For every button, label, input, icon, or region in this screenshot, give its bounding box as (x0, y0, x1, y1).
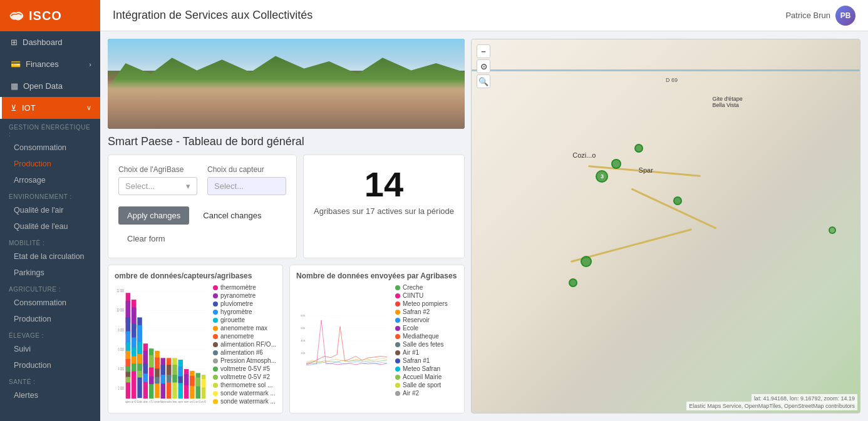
svg-rect-26 (132, 348, 136, 358)
sidebar-item-consommation-1[interactable]: Consommation (0, 139, 100, 156)
village-image (108, 39, 465, 129)
sidebar-item-arrosage[interactable]: Arrosage (0, 172, 100, 188)
sidebar-nav-item-opendata[interactable]: ▦ Open Data (0, 75, 100, 97)
agribase-select[interactable]: Select... ▾ (118, 177, 197, 195)
clear-button[interactable]: Clear form (118, 230, 174, 248)
chevron-down-icon: ▾ (186, 181, 190, 191)
sidebar-item-production-3[interactable]: Production (0, 357, 100, 373)
svg-text:an #2: an #2 (201, 400, 206, 404)
main-content: Intégration de Services aux Collectivité… (100, 0, 868, 421)
sidebar-item-production-2[interactable]: Production (0, 311, 100, 327)
page-title: Intégration de Services aux Collectivité… (113, 9, 313, 22)
svg-text:an #1: an #1 (195, 400, 200, 404)
svg-rect-60 (184, 374, 189, 385)
cancel-button[interactable]: Cancel changes (194, 206, 270, 225)
app-logo[interactable]: ISCO (0, 0, 100, 31)
sidebar: ISCO ⊞ Dashboard 💳 Finances › ▦ Open Dat… (0, 0, 100, 421)
controls-panel: Choix de l'AgriBase Select... ▾ Choix du… (108, 155, 297, 258)
sidebar-item-production-1[interactable]: Production (0, 156, 100, 172)
sidebar-label-dashboard: Dashboard (23, 38, 63, 47)
svg-text:afran: afran (143, 400, 148, 404)
svg-rect-34 (137, 371, 142, 378)
zoom-out-button[interactable]: − (477, 44, 490, 58)
sidebar-label-iot: IOT (22, 103, 36, 113)
svg-rect-20 (126, 372, 130, 378)
dashboard-title: Smart Paese - Tableau de bord général (108, 135, 465, 148)
map-container[interactable]: 3 Cozi...o Spar D 69 Gite d'étapeBella V… (471, 39, 860, 413)
search-map-button[interactable]: 🔍 (477, 74, 490, 88)
stats-number: 14 (314, 165, 454, 204)
map-cluster-7[interactable] (829, 226, 836, 234)
svg-rect-46 (155, 377, 159, 384)
svg-rect-62 (190, 376, 194, 386)
map-cluster-4[interactable] (581, 256, 592, 267)
svg-rect-42 (149, 377, 153, 384)
chevron-right-icon: › (89, 61, 91, 68)
map-cluster-5[interactable] (569, 278, 577, 287)
button-row: Apply changes Cancel changes Clear form (118, 195, 286, 248)
svg-text:4 000: 4 000 (118, 367, 124, 372)
page-header: Intégration de Services aux Collectivité… (100, 0, 868, 31)
charts-area: ombre de données/capteurs/agribases 12 0… (108, 265, 465, 413)
svg-rect-66 (202, 379, 206, 387)
bar-chart-svg: 12 000 10 000 8 000 6 000 4 000 2 000 (115, 284, 208, 407)
controls-stats-row: Choix de l'AgriBase Select... ▾ Choix du… (108, 155, 465, 258)
capteur-select[interactable]: Select... (207, 177, 286, 195)
sidebar-item-circulation[interactable]: Etat de la circulation (0, 248, 100, 265)
map-attribution: Elastic Maps Service, OpenMapTiles, Open… (686, 402, 857, 410)
agribase-label: Choix de l'AgriBase (118, 165, 197, 174)
sidebar-item-eau[interactable]: Qualité de l'eau (0, 218, 100, 235)
sidebar-label-opendata: Open Data (23, 81, 63, 91)
svg-text:Ecole: Ecole (137, 400, 142, 404)
sidebar-item-parkings[interactable]: Parkings (0, 265, 100, 281)
sidebar-nav-item-dashboard[interactable]: ⊞ Dashboard (0, 31, 100, 53)
svg-text:600: 600 (301, 327, 305, 330)
content-area: Smart Paese - Tableau de bord général Ch… (100, 31, 868, 421)
sidebar-item-consommation-2[interactable]: Consommation (0, 295, 100, 311)
capteur-placeholder: Select... (214, 181, 244, 191)
svg-text:800: 800 (301, 314, 305, 317)
svg-text:an #2: an #2 (132, 400, 137, 404)
section-label-sante: SANTÉ : (0, 373, 100, 387)
svg-text:10 000: 10 000 (117, 308, 124, 313)
stats-label: Agribases sur 17 actives sur la période (314, 206, 454, 216)
svg-rect-55 (172, 375, 177, 382)
sidebar-item-alertes[interactable]: Alertes (0, 387, 100, 403)
sidebar-item-air[interactable]: Qualité de l'air (0, 202, 100, 218)
svg-rect-21 (126, 377, 130, 383)
bar-chart-title: ombre de données/capteurs/agribases (115, 271, 276, 280)
svg-rect-33 (137, 364, 142, 372)
svg-rect-58 (178, 377, 183, 383)
chevron-down-icon: ∨ (86, 104, 91, 112)
svg-text:12 000: 12 000 (117, 288, 124, 293)
avatar: PB (835, 6, 855, 26)
svg-text:nTU: nTU (150, 400, 153, 404)
bar-chart-card: ombre de données/capteurs/agribases 12 0… (108, 265, 283, 413)
svg-rect-52 (167, 375, 171, 382)
stats-box: 14 Agribases sur 17 actives sur la pério… (303, 155, 465, 258)
svg-rect-30 (137, 325, 142, 345)
right-panel: 3 Cozi...o Spar D 69 Gite d'étapeBella V… (471, 39, 860, 413)
sidebar-nav-item-finances[interactable]: 💳 Finances › (0, 53, 100, 75)
sidebar-item-suivi[interactable]: Suivi (0, 341, 100, 357)
user-info[interactable]: Patrice Brun PB (785, 6, 855, 26)
table-icon: ▦ (11, 81, 18, 91)
left-panel: Smart Paese - Tableau de bord général Ch… (108, 39, 465, 413)
line-chart-content: 800 600 400 200 (296, 284, 458, 407)
location-button[interactable]: ⊙ (477, 59, 490, 73)
sidebar-nav-item-iot[interactable]: ⊻ IOT ∨ (0, 97, 100, 119)
user-name: Patrice Brun (785, 11, 830, 20)
map-background (472, 39, 860, 413)
svg-text:apiers: apiers (125, 400, 131, 404)
svg-text:anvier: anvier (155, 400, 160, 404)
svg-text:an #1: an #1 (190, 400, 195, 404)
svg-rect-49 (161, 375, 165, 383)
svg-text:200: 200 (301, 352, 305, 355)
card-icon: 💳 (11, 59, 21, 69)
capteur-label: Choix du capteur (207, 165, 286, 174)
svg-text:vache: vache (166, 400, 172, 404)
apply-button[interactable]: Apply changes (118, 206, 189, 225)
line-chart-title: Nombre de données envoyées par Agribases (296, 271, 458, 280)
section-label-mobilite: MOBILITÉ : (0, 235, 100, 248)
line-chart-svg: 800 600 400 200 (296, 284, 390, 407)
